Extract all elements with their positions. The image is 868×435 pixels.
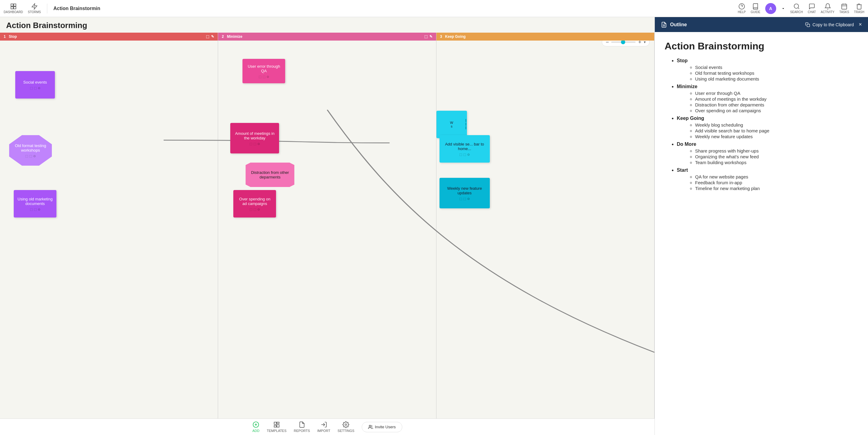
outline-doc-icon	[661, 22, 667, 28]
outline-sub-stop-0: Social events	[695, 65, 858, 70]
avatar-dropdown-icon[interactable]	[781, 6, 785, 11]
svg-point-20	[369, 425, 371, 427]
nav-activity[interactable]: ACTIVITY	[821, 3, 834, 14]
sticky-text: Add visible se... bar to home...	[443, 142, 486, 151]
outline-section-minimize: Minimize User error through QA Amount of…	[664, 84, 858, 113]
sticky-text: Ws	[450, 121, 453, 128]
col-edit-minimize[interactable]: ✎	[429, 34, 432, 39]
sticky-icon-3: ⊙	[257, 142, 260, 146]
sticky-footer: ⬚ ⬚ ⊙	[30, 208, 40, 211]
col-copy-minimize[interactable]: ⬚	[424, 34, 428, 39]
nav-trash[interactable]: TRASH	[854, 3, 864, 14]
sticky-icon-3: ⊙	[38, 208, 40, 211]
outline-main-minimize: Minimize	[677, 84, 858, 89]
sticky-text: Old format testing workshops	[13, 144, 48, 153]
sticky-icon-2: ⬚	[463, 197, 466, 200]
svg-rect-7	[842, 4, 847, 9]
top-nav: DASHBOARD STORMS Action Brainstormin HEL…	[0, 0, 868, 17]
outline-sub-stop-2: Using old marketing documents	[695, 76, 858, 82]
sticky-icon-2: ⬚	[34, 208, 37, 211]
nav-dashboard[interactable]: DASHBOARD	[4, 3, 23, 14]
bottom-add-button[interactable]: ADD	[252, 421, 259, 433]
sticky-icon-1: ⬚	[459, 197, 462, 200]
sticky-footer: ⬚ ⬚ ⊙	[249, 142, 260, 146]
column-num-keep: 3 Keep Going	[440, 34, 466, 39]
sticky-icon-2: ⬚	[29, 154, 32, 158]
outline-sub-start-1: Feedback forum in-app	[695, 180, 858, 185]
col-actions-stop: ⬚ ✎	[206, 34, 214, 39]
main-container: Action Brainstorming − + ▾ 1 Stop	[0, 17, 868, 435]
column-body-stop[interactable]: Social events ⬚ ⬚ ⊙ Old format testing w…	[0, 40, 218, 418]
col-edit-stop[interactable]: ✎	[211, 34, 214, 39]
nav-chat[interactable]: CHAT	[808, 3, 816, 14]
bottom-reports-button[interactable]: REPORTS	[294, 421, 310, 433]
bottom-import-button[interactable]: IMPORT	[317, 421, 330, 433]
sticky-icon-3: ⊙	[267, 75, 269, 79]
svg-rect-3	[14, 7, 16, 9]
sticky-text: Distraction from other deparments	[249, 170, 291, 179]
sticky-add-search[interactable]: Add visible se... bar to home... ⬚ ⬚ ⊙	[439, 135, 490, 163]
canvas-area: Action Brainstorming − + ▾ 1 Stop	[0, 17, 654, 435]
column-header-keep: 3 Keep Going	[436, 33, 654, 40]
column-body-keep[interactable]: Ws Add visible se... bar to home... ⬚ ⬚	[436, 40, 654, 418]
outline-close-button[interactable]: ×	[859, 21, 862, 28]
outline-sub-keep-2: Weekly new feature updates	[695, 134, 858, 139]
sticky-icon-3: ⊙	[33, 154, 36, 158]
outline-main-domore: Do More	[677, 142, 858, 147]
sticky-icon-1: ⬚	[249, 208, 252, 211]
sticky-text: Using old marketing documents	[18, 197, 53, 206]
sticky-weekly-features[interactable]: Weekly new feature updates ⬚ ⬚ ⊙	[439, 178, 490, 208]
outline-sub-min-0: User error through QA	[695, 91, 858, 96]
invite-icon	[368, 425, 373, 430]
sticky-icon-1: ⬚	[25, 154, 28, 158]
sticky-old-marketing[interactable]: Using old marketing documents ⬚ ⬚ ⊙	[14, 190, 56, 218]
invite-users-button[interactable]: Invite Users	[362, 422, 402, 432]
nav-tasks[interactable]: TASKS	[839, 3, 849, 14]
col-actions-minimize: ⬚ ✎	[424, 34, 432, 39]
sticky-icon-1: ⬚	[30, 208, 33, 211]
nav-guide[interactable]: GUIDE	[751, 3, 760, 14]
outline-header: Outline Copy to the Clipboard ×	[655, 17, 868, 32]
sticky-meetings[interactable]: Amount of meetings in the workday ⬚ ⬚ ⊙	[230, 123, 279, 153]
sticky-social-events[interactable]: Social events ⬚ ⬚ ⊙	[15, 71, 55, 98]
svg-rect-23	[807, 24, 810, 27]
sticky-user-error[interactable]: User error through QA ⬚ ⬚ ⊙	[243, 59, 285, 83]
sticky-icon-1: ⬚	[30, 86, 33, 90]
bottom-templates-button[interactable]: TEMPLATES	[267, 421, 287, 433]
sticky-text: Weekly new feature updates	[443, 186, 486, 195]
column-body-minimize[interactable]: User error through QA ⬚ ⬚ ⊙ Amount of me…	[218, 40, 436, 418]
outline-sub-domore-1: Organizing the what's new feed	[695, 154, 858, 159]
user-avatar[interactable]: A	[765, 3, 776, 14]
outline-sub-keep-0: Weekly blog scheduling	[695, 122, 858, 127]
outline-sub-min-2: Distraction from other deparments	[695, 102, 858, 107]
outline-main-stop: Stop	[677, 58, 858, 63]
svg-point-6	[794, 4, 799, 8]
nav-help[interactable]: HELP	[738, 3, 746, 14]
svg-rect-15	[277, 422, 279, 424]
column-keep: 3 Keep Going Ws Add visible se	[436, 33, 654, 418]
sticky-overspending[interactable]: Over spending on ad campaigns ⬚ ⬚ ⊙	[233, 190, 276, 218]
nav-storms[interactable]: STORMS	[28, 3, 41, 14]
sticky-old-format[interactable]: Old format testing workshops ⬚ ⬚ ⊙	[9, 135, 52, 166]
sticky-icon-2: ⬚	[253, 208, 256, 211]
outline-section-stop: Stop Social events Old format testing wo…	[664, 58, 858, 82]
sticky-partial-top[interactable]: Ws	[436, 111, 467, 138]
outline-sub-start-0: QA for new website pages	[695, 174, 858, 179]
outline-sub-stop-1: Old format testing workshops	[695, 70, 858, 76]
sticky-footer: ⬚ ⬚ ⊙	[30, 86, 40, 90]
outline-section-keep: Keep Going Weekly blog scheduling Add vi…	[664, 116, 858, 139]
sticky-icon-2: ⬚	[253, 142, 256, 146]
sticky-distraction[interactable]: Distraction from other deparments	[246, 163, 294, 187]
copy-to-clipboard-button[interactable]: Copy to the Clipboard	[805, 22, 854, 27]
col-copy-stop[interactable]: ⬚	[206, 34, 209, 39]
outline-body: Action Brainstorming Stop Social events …	[655, 32, 868, 435]
outline-sub-domore-0: Share progress with higher-ups	[695, 148, 858, 153]
sticky-icon-1: ⬚	[259, 75, 261, 79]
bottom-settings-button[interactable]: SETTINGS	[338, 421, 354, 433]
sticky-icon-3: ⊙	[467, 197, 470, 200]
sticky-text: Social events	[23, 80, 46, 85]
nav-search[interactable]: SEARCH	[790, 3, 803, 14]
sticky-text: Amount of meetings in the workday	[234, 131, 275, 140]
outline-main-keep: Keep Going	[677, 116, 858, 121]
svg-point-4	[739, 4, 744, 9]
